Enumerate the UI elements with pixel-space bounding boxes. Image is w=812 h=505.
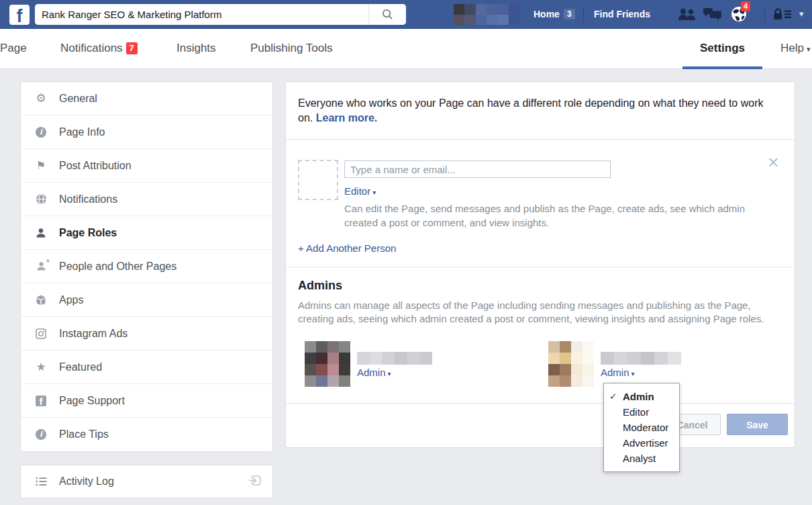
- close-icon[interactable]: ×: [767, 154, 780, 170]
- tab-page[interactable]: Page: [0, 42, 27, 55]
- admin-role-dropdown-open[interactable]: Admin▾: [601, 367, 635, 378]
- instagram-icon: [34, 328, 48, 339]
- sidebar-item-notifications[interactable]: Notifications: [21, 183, 272, 216]
- role-menu-item-admin[interactable]: ✓Admin: [604, 389, 679, 404]
- footer-actions: Cancel Save: [286, 404, 795, 448]
- person-star-icon: ★: [34, 261, 48, 271]
- page-admin-nav: Page Notifications7 Insights Publishing …: [0, 29, 812, 69]
- role-menu-item-advertiser[interactable]: Advertiser: [604, 435, 679, 451]
- blurred-admin-name[interactable]: [357, 352, 432, 365]
- admins-title: Admins: [298, 279, 342, 293]
- find-friends-link[interactable]: Find Friends: [594, 9, 650, 19]
- save-button[interactable]: Save: [727, 414, 788, 435]
- sidebar-item-page-support[interactable]: f Page Support: [21, 384, 272, 418]
- page-roles-intro: Everyone who works on your Page can have…: [286, 82, 795, 140]
- chevron-down-icon: ▾: [631, 370, 635, 377]
- sidebar-item-featured[interactable]: ★ Featured: [21, 351, 272, 384]
- role-menu-item-moderator[interactable]: Moderator: [604, 420, 679, 435]
- top-bar: f Home3 Find Friends: [0, 0, 812, 29]
- chevron-down-icon: ▾: [388, 370, 391, 377]
- search-button[interactable]: [368, 4, 406, 25]
- messages-icon[interactable]: [703, 8, 722, 24]
- topbar-divider: [583, 6, 584, 23]
- topbar-divider: [764, 6, 765, 23]
- admin-role-dropdown[interactable]: Admin▾: [357, 367, 391, 378]
- person-icon: [34, 228, 48, 238]
- tab-notifications[interactable]: Notifications7: [60, 42, 138, 55]
- admins-description: Admins can manage all aspects of the Pag…: [298, 299, 780, 326]
- help-menu[interactable]: Help▾: [780, 42, 811, 55]
- tab-settings[interactable]: Settings: [682, 29, 762, 69]
- gear-icon: ⚙: [34, 93, 48, 104]
- friend-requests-icon[interactable]: [678, 8, 697, 24]
- sidebar-item-page-roles[interactable]: Page Roles: [21, 216, 272, 250]
- sidebar-item-page-info[interactable]: i Page Info: [21, 116, 272, 149]
- sidebar-item-general[interactable]: ⚙ General: [21, 82, 272, 116]
- admin-avatar[interactable]: [305, 341, 350, 387]
- chevron-down-icon: ▾: [372, 189, 376, 196]
- search-box: [35, 4, 406, 25]
- notifications-tab-badge: 7: [126, 42, 138, 54]
- list-icon: [34, 476, 48, 487]
- tab-publishing-tools[interactable]: Publishing Tools: [250, 42, 333, 55]
- role-menu-item-editor[interactable]: Editor: [604, 404, 679, 420]
- role-menu-item-analyst[interactable]: Analyst: [604, 451, 679, 466]
- globe-icon: [34, 193, 48, 205]
- role-description: Can edit the Page, send messages and pub…: [344, 201, 779, 230]
- sidebar-item-people-and-other-pages[interactable]: ★ People and Other Pages: [21, 250, 272, 283]
- role-selector-editor[interactable]: Editor▾: [344, 185, 376, 197]
- admin-avatar[interactable]: [548, 341, 594, 387]
- facebook-page-settings-screen: f Home3 Find Friends: [0, 0, 812, 505]
- learn-more-link[interactable]: Learn more.: [316, 112, 378, 124]
- privacy-shortcuts-icon[interactable]: [773, 8, 793, 23]
- info-icon: i: [34, 127, 48, 138]
- admins-section: Admins Admins can manage all aspects of …: [286, 267, 795, 404]
- info-icon: i: [34, 429, 48, 440]
- search-input[interactable]: [35, 4, 368, 25]
- active-tab-underline: [682, 66, 762, 69]
- blurred-admin-name[interactable]: [601, 352, 681, 365]
- cube-icon: [34, 295, 48, 306]
- home-link[interactable]: Home3: [534, 9, 575, 19]
- tab-insights[interactable]: Insights: [176, 42, 216, 55]
- account-menu-caret-icon[interactable]: ▾: [799, 9, 804, 19]
- sidebar-item-apps[interactable]: Apps: [21, 283, 272, 317]
- flag-icon: ⚑: [34, 160, 48, 171]
- sidebar-item-post-attribution[interactable]: ⚑ Post Attribution: [21, 149, 272, 183]
- notification-count-badge: 4: [741, 1, 750, 11]
- add-person-section: Editor▾ Can edit the Page, send messages…: [286, 140, 795, 267]
- settings-sidebar: ⚙ General i Page Info ⚑ Post Attribution…: [20, 81, 273, 452]
- search-icon: [382, 9, 393, 20]
- facebook-logo-icon[interactable]: f: [9, 5, 30, 25]
- star-icon: ★: [34, 361, 48, 373]
- home-badge: 3: [564, 9, 575, 19]
- avatar-placeholder: [298, 160, 338, 200]
- sidebar-item-place-tips[interactable]: i Place Tips: [21, 418, 272, 451]
- facebook-icon: f: [34, 396, 48, 406]
- person-name-input[interactable]: [344, 160, 611, 178]
- sidebar-item-instagram-ads[interactable]: Instagram Ads: [21, 317, 272, 351]
- external-link-icon: [249, 474, 262, 490]
- add-another-person-link[interactable]: + Add Another Person: [298, 242, 396, 254]
- blurred-profile-name[interactable]: [454, 4, 519, 25]
- chevron-down-icon: ▾: [807, 45, 811, 53]
- check-icon: ✓: [609, 389, 617, 404]
- role-menu: ✓Admin Editor Moderator Advertiser Analy…: [603, 383, 680, 472]
- page-roles-panel: Everyone who works on your Page can have…: [285, 81, 795, 448]
- sidebar-item-activity-log[interactable]: Activity Log: [20, 465, 273, 498]
